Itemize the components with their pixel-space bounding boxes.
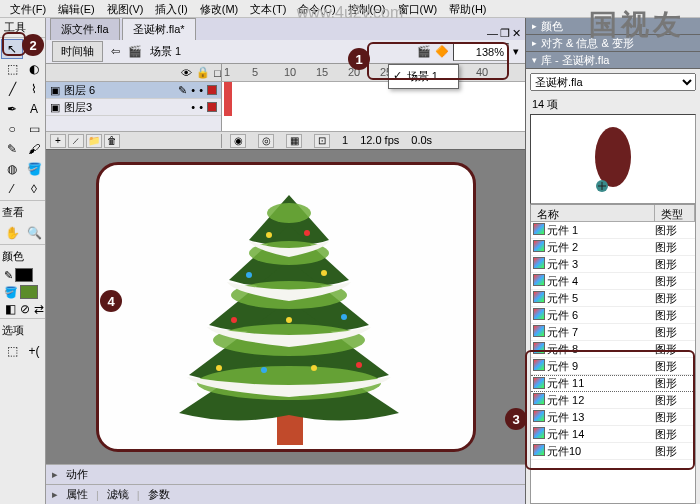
no-color[interactable]: ⊘	[19, 302, 31, 316]
doc-tab-source[interactable]: 源文件.fla	[50, 18, 120, 40]
layer-row[interactable]: ▣ 图层3 • •	[46, 99, 221, 116]
library-item[interactable]: 元件 8图形	[531, 341, 695, 358]
menu-file[interactable]: 文件(F)	[4, 2, 52, 15]
menu-modify[interactable]: 修改(M)	[194, 2, 245, 15]
zoom-dropdown-icon[interactable]: ▾	[513, 45, 519, 58]
library-item[interactable]: 元件 6图形	[531, 307, 695, 324]
library-item[interactable]: 元件10图形	[531, 443, 695, 460]
zoom-input[interactable]	[453, 43, 509, 61]
snap-option[interactable]: ⬚	[1, 341, 23, 361]
eyedropper-tool[interactable]: ⁄	[1, 179, 23, 199]
line-tool[interactable]: ╱	[1, 79, 23, 99]
onion-outline-icon[interactable]: ◎	[258, 134, 274, 148]
menu-view[interactable]: 视图(V)	[101, 2, 150, 15]
oval-tool[interactable]: ○	[1, 119, 23, 139]
stage[interactable]	[96, 162, 476, 452]
layer-color[interactable]	[207, 102, 217, 112]
layer-color[interactable]	[207, 85, 217, 95]
stroke-color[interactable]	[15, 268, 33, 282]
col-name[interactable]: 名称	[531, 205, 655, 221]
menu-window[interactable]: 窗口(W)	[392, 2, 444, 15]
pencil-tool[interactable]: ✎	[1, 139, 23, 159]
library-item[interactable]: 元件 2图形	[531, 239, 695, 256]
layer-row[interactable]: ▣ 图层 6 ✎ • •	[46, 82, 221, 99]
ink-bottle-tool[interactable]: ◍	[1, 159, 23, 179]
menu-help[interactable]: 帮助(H)	[443, 2, 492, 15]
hand-tool[interactable]: ✋	[1, 223, 23, 243]
library-item[interactable]: 元件 3图形	[531, 256, 695, 273]
outline-icon[interactable]: □	[214, 67, 221, 79]
text-tool[interactable]: A	[23, 99, 45, 119]
svg-point-12	[286, 317, 292, 323]
menu-commands[interactable]: 命令(C)	[292, 2, 341, 15]
library-file-select[interactable]: 圣诞树.fla	[530, 73, 696, 91]
library-item[interactable]: 元件 7图形	[531, 324, 695, 341]
menu-control[interactable]: 控制(O)	[342, 2, 392, 15]
doc-tab-tree[interactable]: 圣诞树.fla*	[122, 18, 196, 40]
edit-multi-icon[interactable]: ▦	[286, 134, 302, 148]
add-layer-button[interactable]: +	[50, 134, 66, 148]
item-type: 图形	[655, 257, 695, 272]
color-panel-header[interactable]: ▸颜色	[526, 18, 700, 35]
fill-color[interactable]	[20, 285, 38, 299]
library-item[interactable]: 元件 13图形	[531, 409, 695, 426]
menu-text[interactable]: 文本(T)	[244, 2, 292, 15]
layer-lock[interactable]: •	[199, 101, 203, 113]
smooth-option[interactable]: +(	[23, 341, 45, 361]
default-colors[interactable]: ◧	[4, 302, 17, 316]
selection-tool[interactable]: ↖	[1, 39, 23, 59]
filters-tab[interactable]: 滤镜	[107, 487, 129, 502]
center-frame-icon[interactable]: ⊡	[314, 134, 330, 148]
paint-bucket-tool[interactable]: 🪣	[23, 159, 45, 179]
zoom-tool[interactable]: 🔍	[23, 223, 45, 243]
minimize-doc-icon[interactable]: —	[487, 27, 498, 40]
frame-ruler[interactable]: 1 5 10 15 20 25 30 35 40	[222, 64, 525, 81]
parameters-tab[interactable]: 参数	[148, 487, 170, 502]
menu-insert[interactable]: 插入(I)	[149, 2, 193, 15]
add-folder-button[interactable]: 📁	[86, 134, 102, 148]
edit-symbols-icon[interactable]: 🔶	[435, 45, 449, 58]
library-item[interactable]: 元件 12图形	[531, 392, 695, 409]
library-item[interactable]: 元件 14图形	[531, 426, 695, 443]
back-icon[interactable]: ⇦	[111, 45, 120, 58]
onion-skin-icon[interactable]: ◉	[230, 134, 246, 148]
eye-icon[interactable]: 👁	[181, 67, 192, 79]
edit-scene-icon[interactable]: 🎬	[417, 45, 431, 58]
playhead[interactable]	[224, 82, 232, 116]
library-panel-header[interactable]: ▾库 - 圣诞树.fla	[526, 52, 700, 69]
align-panel-header[interactable]: ▸对齐 & 信息 & 变形	[526, 35, 700, 52]
eraser-tool[interactable]: ◊	[23, 179, 45, 199]
delete-layer-button[interactable]: 🗑	[104, 134, 120, 148]
actions-panel[interactable]: ▸动作	[46, 464, 525, 484]
rectangle-tool[interactable]: ▭	[23, 119, 45, 139]
col-type[interactable]: 类型	[655, 205, 695, 221]
swap-colors[interactable]: ⇄	[33, 302, 45, 316]
menu-edit[interactable]: 编辑(E)	[52, 2, 101, 15]
close-doc-icon[interactable]: ✕	[512, 27, 521, 40]
frames-area[interactable]	[222, 82, 525, 131]
item-type: 图形	[655, 240, 695, 255]
brush-tool[interactable]: 🖌	[23, 139, 45, 159]
timeline-toggle[interactable]: 时间轴	[52, 41, 103, 62]
pen-tool[interactable]: ✒	[1, 99, 23, 119]
symbol-icon	[533, 359, 545, 371]
lock-icon[interactable]: 🔒	[196, 66, 210, 79]
layer-lock[interactable]: •	[199, 84, 203, 96]
layer-visible[interactable]: •	[191, 84, 195, 96]
free-transform-tool[interactable]: ⬚	[1, 59, 23, 79]
lasso-tool[interactable]: ⌇	[23, 79, 45, 99]
library-item[interactable]: 元件 4图形	[531, 273, 695, 290]
library-item[interactable]: 元件 9图形	[531, 358, 695, 375]
layer-visible[interactable]: •	[191, 101, 195, 113]
restore-doc-icon[interactable]: ❐	[500, 27, 510, 40]
properties-panel[interactable]: ▸ 属性 | 滤镜 | 参数	[46, 484, 525, 504]
library-item[interactable]: 元件 11图形	[531, 375, 695, 392]
add-guide-button[interactable]: ⟋	[68, 134, 84, 148]
gradient-tool[interactable]: ◐	[23, 59, 45, 79]
scene-dropdown-item[interactable]: 场景 1	[391, 67, 456, 86]
scene-name[interactable]: 场景 1	[150, 44, 181, 59]
align-panel-title: 对齐 & 信息 & 变形	[541, 36, 634, 51]
properties-tab[interactable]: 属性	[66, 487, 88, 502]
library-item[interactable]: 元件 1图形	[531, 222, 695, 239]
library-item[interactable]: 元件 5图形	[531, 290, 695, 307]
